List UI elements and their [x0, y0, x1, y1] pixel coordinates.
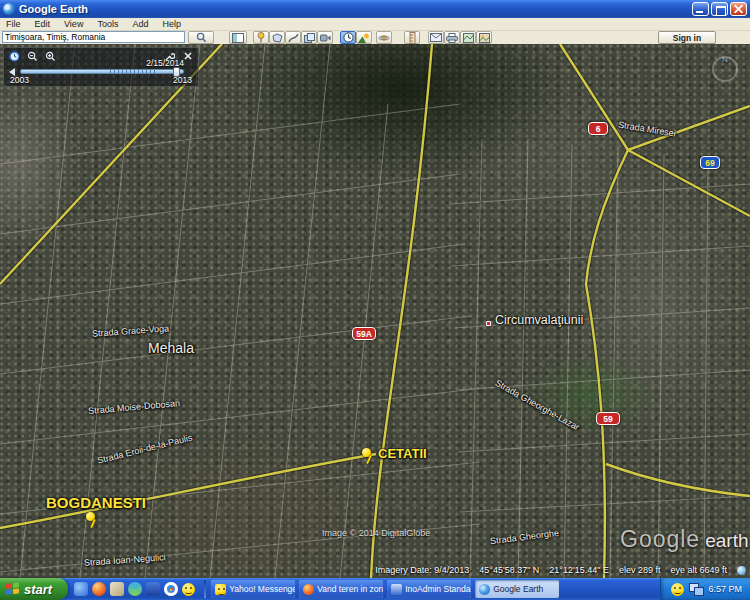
task-label: InoAdmin Standard (...: [405, 584, 471, 594]
add-path-button[interactable]: [285, 31, 301, 44]
google-earth-watermark: Google earth: [620, 526, 748, 553]
sunlight-icon: [358, 33, 370, 43]
yahoo-task-icon: [215, 584, 226, 595]
latitude-readout: 45°45'58.37" N: [479, 565, 539, 575]
app-logo-icon: [3, 3, 15, 15]
minimize-button[interactable]: [692, 2, 709, 16]
add-placemark-button[interactable]: [253, 31, 269, 44]
search-button[interactable]: [188, 31, 214, 44]
taskbar-divider: [204, 580, 206, 598]
restore-button[interactable]: [711, 2, 728, 16]
yahoo-tray-icon[interactable]: [671, 583, 684, 596]
search-input[interactable]: [2, 31, 185, 43]
map-label-circumvalatiunii: Circumvalaţiunii: [495, 313, 583, 327]
timeline-zoom-out-button[interactable]: [26, 51, 39, 62]
menu-add[interactable]: Add: [132, 19, 148, 29]
zoom-in-icon: [45, 51, 56, 62]
close-button[interactable]: [730, 2, 747, 16]
imagery-copyright: Image © 2014 DigitalGlobe: [322, 528, 430, 538]
timeline-ticks: [110, 70, 155, 73]
record-tour-icon: [320, 33, 331, 43]
yahoo-quicklaunch-icon[interactable]: [182, 583, 195, 596]
cetatii-pushpin-icon[interactable]: [362, 448, 376, 464]
inoadmin-task-icon: [391, 584, 402, 595]
time-slider-panel: 2/15/2014 2003 2013: [3, 47, 199, 87]
streaming-indicator-icon: [737, 566, 746, 575]
window-title: Google Earth: [19, 3, 690, 15]
watermark-google: Google: [620, 526, 700, 553]
polygon-icon: [272, 33, 283, 43]
folder-icon[interactable]: [110, 582, 124, 596]
map-label-bogdanesti: BOGDANESTI: [46, 494, 146, 511]
maps-icon: [463, 33, 474, 43]
menu-edit[interactable]: Edit: [35, 19, 51, 29]
word-icon[interactable]: [146, 582, 160, 596]
messenger-icon[interactable]: [128, 582, 142, 596]
start-button[interactable]: start: [0, 578, 68, 600]
email-button[interactable]: [428, 31, 444, 44]
title-bar: Google Earth: [0, 0, 750, 18]
timeline-zoom-in-button[interactable]: [44, 51, 57, 62]
add-image-overlay-button[interactable]: [301, 31, 317, 44]
menu-view[interactable]: View: [64, 19, 83, 29]
eye-altitude-readout: eye alt 6649 ft: [670, 565, 727, 575]
planet-icon: [378, 33, 390, 43]
sidebar-toggle-button[interactable]: [229, 31, 247, 44]
task-google-earth[interactable]: Google Earth: [475, 580, 559, 598]
compass-north-label: N: [722, 55, 728, 64]
tray-clock: 6:57 PM: [708, 584, 742, 594]
menu-file[interactable]: File: [6, 19, 21, 29]
image-overlay-icon: [304, 33, 315, 43]
windows-taskbar: start Yahoo! Messenger Vand teren in zon…: [0, 578, 750, 600]
sunlight-button[interactable]: [356, 31, 372, 44]
timeline-clock-button[interactable]: [8, 51, 21, 62]
sign-in-button[interactable]: Sign in: [658, 31, 716, 44]
menu-help[interactable]: Help: [162, 19, 181, 29]
map-viewport[interactable]: 2/15/2014 2003 2013 N Mehala Circumvalaţ…: [0, 44, 750, 578]
sidebar-icon: [232, 33, 244, 43]
task-label: Vand teren in zona fa...: [317, 584, 383, 594]
timeline-track[interactable]: [20, 69, 184, 74]
historical-imagery-button[interactable]: [340, 31, 356, 44]
imagery-date: Imagery Date: 9/4/2013: [375, 565, 469, 575]
task-inoadmin[interactable]: InoAdmin Standard (...: [387, 580, 471, 598]
circumvalatiunii-marker: [486, 321, 491, 326]
start-label: start: [24, 582, 52, 597]
record-tour-button[interactable]: [317, 31, 333, 44]
navigation-compass[interactable]: N: [712, 56, 738, 82]
system-tray: 6:57 PM: [660, 578, 750, 600]
view-in-maps-button[interactable]: [460, 31, 476, 44]
firefox-icon[interactable]: [92, 582, 106, 596]
search-icon: [196, 32, 207, 43]
chrome-icon[interactable]: [164, 582, 178, 596]
network-tray-icon[interactable]: [689, 583, 703, 595]
road-shield-59: 59: [596, 412, 620, 425]
bogdanesti-pushpin-icon[interactable]: [86, 512, 100, 528]
google-earth-task-icon: [479, 584, 490, 595]
menu-tools[interactable]: Tools: [97, 19, 118, 29]
road-shield-59a: 59A: [352, 327, 376, 340]
add-polygon-button[interactable]: [269, 31, 285, 44]
placemark-icon: [256, 32, 266, 43]
ruler-button[interactable]: [404, 31, 420, 44]
planets-button[interactable]: [376, 31, 392, 44]
task-label: Yahoo! Messenger: [229, 584, 295, 594]
clock-icon: [343, 32, 354, 43]
zoom-out-icon: [27, 51, 38, 62]
task-label: Google Earth: [493, 584, 543, 594]
status-bar: Imagery Date: 9/4/2013 45°45'58.37" N 21…: [375, 565, 746, 575]
save-image-button[interactable]: [476, 31, 492, 44]
task-vand-teren[interactable]: Vand teren in zona fa...: [299, 580, 383, 598]
print-button[interactable]: [444, 31, 460, 44]
timeline-year-start: 2003: [10, 75, 29, 85]
task-yahoo-messenger[interactable]: Yahoo! Messenger: [211, 580, 295, 598]
toolbar: Sign in: [0, 31, 750, 44]
longitude-readout: 21°12'15.44" E: [549, 565, 609, 575]
timeline-clock-icon: [9, 51, 20, 62]
ruler-icon: [409, 32, 416, 44]
firefox-task-icon: [303, 584, 314, 595]
map-label-cetatii: CETATII: [378, 446, 427, 461]
quick-launch: [68, 582, 201, 596]
internet-explorer-icon[interactable]: [74, 582, 88, 596]
save-image-icon: [479, 33, 490, 43]
